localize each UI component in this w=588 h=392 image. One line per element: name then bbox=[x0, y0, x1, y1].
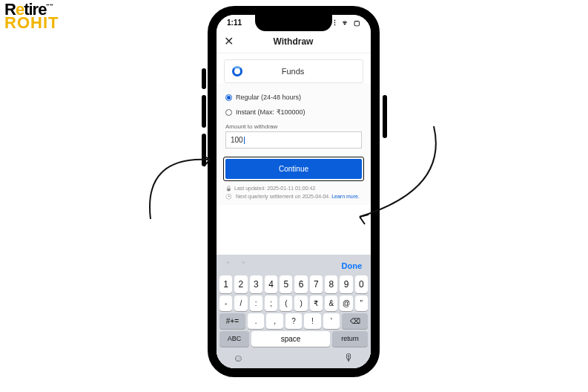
key-)[interactable]: ) bbox=[294, 295, 307, 311]
key--[interactable]: - bbox=[219, 295, 232, 311]
phone-power-button bbox=[383, 95, 387, 138]
key-?[interactable]: ? bbox=[285, 313, 302, 329]
meta-settlement-text: Next quarterly settlement on 2025-04-04. bbox=[236, 194, 331, 199]
status-time: 1:11 bbox=[227, 19, 242, 27]
brand-logo: Retire᠁ ROHIT bbox=[4, 1, 59, 31]
option-instant[interactable]: Instant (Max: ₹100000) bbox=[225, 108, 362, 116]
continue-button[interactable]: Continue bbox=[225, 159, 362, 179]
funds-label: Funds bbox=[231, 67, 355, 76]
chevron-up-icon[interactable]: ˄ bbox=[225, 260, 231, 272]
key-5[interactable]: 5 bbox=[280, 275, 292, 293]
funds-card[interactable]: Funds bbox=[224, 59, 363, 83]
emoji-icon[interactable]: ☺ bbox=[233, 352, 243, 364]
keyboard-toolbar: ˄ ˅ Done bbox=[219, 258, 368, 275]
radio-selected-icon[interactable] bbox=[225, 94, 232, 101]
phone-frame: 1:11 ⋮⋮ ᯤ ▢ ✕ Withdraw Funds Regular (24… bbox=[208, 6, 380, 377]
key-9[interactable]: 9 bbox=[340, 275, 352, 293]
key-0[interactable]: 0 bbox=[355, 275, 368, 293]
battery-icon: ▢ bbox=[354, 19, 360, 27]
text-cursor bbox=[244, 137, 245, 144]
key-@[interactable]: @ bbox=[340, 295, 352, 311]
key-2[interactable]: 2 bbox=[234, 275, 247, 293]
keyboard-row-3: #+= .,?!' ⌫ bbox=[219, 313, 368, 329]
keyboard-row-4: ABC space return bbox=[219, 331, 368, 347]
key-6[interactable]: 6 bbox=[294, 275, 307, 293]
key-"[interactable]: " bbox=[355, 295, 368, 311]
key-8[interactable]: 8 bbox=[325, 275, 337, 293]
phone-mute-switch bbox=[202, 68, 206, 89]
key-([interactable]: ( bbox=[280, 295, 292, 311]
key-abc[interactable]: ABC bbox=[219, 331, 249, 347]
meta-info: Last updated: 2025-01-11 01:00:42 Next q… bbox=[225, 185, 362, 200]
key-/[interactable]: / bbox=[234, 295, 247, 311]
keyboard-row-2: -/:;()₹&@" bbox=[219, 295, 368, 311]
phone-volume-up bbox=[202, 95, 206, 128]
phone-screen: 1:11 ⋮⋮ ᯤ ▢ ✕ Withdraw Funds Regular (24… bbox=[217, 15, 371, 368]
key-backspace[interactable]: ⌫ bbox=[342, 313, 368, 329]
key-1[interactable]: 1 bbox=[219, 275, 232, 293]
key-4[interactable]: 4 bbox=[265, 275, 277, 293]
chevron-down-icon[interactable]: ˅ bbox=[241, 260, 246, 272]
key-₹[interactable]: ₹ bbox=[310, 295, 323, 311]
keyboard-arrows: ˄ ˅ bbox=[225, 259, 254, 272]
keyboard-done-button[interactable]: Done bbox=[342, 261, 363, 270]
key-return[interactable]: return bbox=[332, 331, 368, 347]
radio-unselected-icon[interactable] bbox=[225, 109, 232, 116]
amount-value: 100 bbox=[231, 136, 243, 144]
navbar: ✕ Withdraw bbox=[217, 30, 371, 53]
keyboard-row-1: 1234567890 bbox=[219, 275, 368, 293]
keyboard-bottom: ☺ 🎙 bbox=[219, 349, 368, 364]
amount-label: Amount to withdraw bbox=[225, 123, 362, 130]
key-&[interactable]: & bbox=[325, 295, 337, 311]
key-7[interactable]: 7 bbox=[310, 275, 323, 293]
key-space[interactable]: space bbox=[251, 331, 330, 347]
key-'[interactable]: ' bbox=[323, 313, 340, 329]
wifi-icon: ᯤ bbox=[343, 19, 349, 27]
withdraw-form: Regular (24-48 hours) Instant (Max: ₹100… bbox=[217, 83, 371, 205]
brand-rohit: ROHIT bbox=[4, 15, 59, 31]
meta-settlement: Next quarterly settlement on 2025-04-04.… bbox=[225, 193, 362, 201]
phone-notch bbox=[255, 15, 332, 31]
page-title: Withdraw bbox=[223, 36, 363, 47]
continue-label: Continue bbox=[279, 165, 308, 173]
option-instant-label: Instant (Max: ₹100000) bbox=[236, 108, 305, 116]
learn-more-link[interactable]: Learn more. bbox=[331, 194, 360, 199]
key-.[interactable]: . bbox=[248, 313, 264, 329]
key-numswitch[interactable]: #+= bbox=[219, 313, 245, 329]
key-![interactable]: ! bbox=[304, 313, 320, 329]
key-3[interactable]: 3 bbox=[250, 275, 262, 293]
option-regular[interactable]: Regular (24-48 hours) bbox=[225, 94, 362, 101]
phone-volume-down bbox=[202, 134, 206, 166]
keyboard: ˄ ˅ Done 1234567890 -/:;()₹&@" #+= .,?!'… bbox=[217, 255, 371, 368]
key-:[interactable]: : bbox=[250, 295, 262, 311]
mic-icon[interactable]: 🎙 bbox=[344, 352, 354, 364]
meta-updated: Last updated: 2025-01-11 01:00:42 bbox=[225, 185, 362, 193]
amount-input[interactable]: 100 bbox=[225, 131, 362, 148]
key-;[interactable]: ; bbox=[265, 295, 277, 311]
key-,[interactable]: , bbox=[266, 313, 283, 329]
option-regular-label: Regular (24-48 hours) bbox=[236, 94, 301, 101]
